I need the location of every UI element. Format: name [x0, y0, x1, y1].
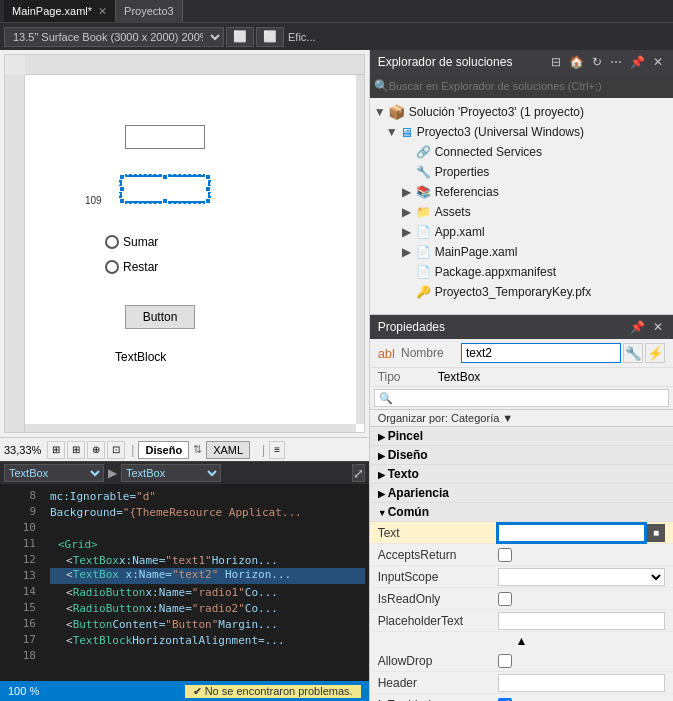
se-icon-3[interactable]: ↻ [590, 53, 604, 71]
center-btn[interactable]: ⊡ [107, 441, 125, 459]
prop-search-area [370, 387, 673, 410]
scroll-vertical[interactable] [356, 75, 364, 424]
prop-is-readonly-checkbox[interactable] [498, 592, 512, 606]
tree-icon-connected-services: 🔗 [416, 145, 431, 159]
tree-icon-mainpage-xaml: 📄 [416, 245, 431, 259]
prop-cat-texto[interactable]: Texto [370, 465, 673, 484]
tree-item-connected-services[interactable]: 🔗 Connected Services [370, 142, 673, 162]
snap-btn[interactable]: ⊕ [87, 441, 105, 459]
prop-cat-comun[interactable]: Común [370, 503, 673, 522]
se-icon-2[interactable]: 🏠 [567, 53, 586, 71]
handle-tl[interactable] [119, 174, 125, 180]
prop-row-accepts-return: AcceptsReturn [370, 544, 673, 566]
prop-accepts-return-name: AcceptsReturn [378, 548, 498, 562]
code-line-12: <TextBox x:Name="text1" Horizon... [50, 552, 365, 568]
design-tab[interactable]: Diseño [138, 441, 189, 459]
xaml-expand-btn[interactable]: ⤢ [352, 464, 365, 482]
prop-lightning-btn[interactable]: ⚡ [645, 343, 665, 363]
textbox-1[interactable] [125, 125, 205, 149]
prop-cat-apariencia[interactable]: Apariencia [370, 484, 673, 503]
ruler-vertical [5, 75, 25, 432]
prop-text-value-col: ■ [498, 524, 665, 542]
handle-br[interactable] [205, 198, 211, 204]
radio-sumar[interactable] [105, 235, 119, 249]
handle-bl[interactable] [119, 198, 125, 204]
xaml-selector-2[interactable]: TextBox [121, 464, 221, 482]
se-icon-pin[interactable]: 📌 [628, 53, 647, 71]
textbox-2[interactable] [120, 175, 210, 203]
line-11-num: 11 [0, 536, 44, 552]
prop-allowdrop-checkbox[interactable] [498, 654, 512, 668]
prop-inputscope-dropdown[interactable] [498, 568, 665, 586]
tree-item-referencias[interactable]: ▶ 📚 Referencias [370, 182, 673, 202]
tree-icon-package: 📄 [416, 265, 431, 279]
prop-is-readonly-col [498, 592, 665, 606]
prop-organize-row[interactable]: Organizar por: Categoría ▼ [370, 410, 673, 427]
prop-search-input[interactable] [374, 389, 669, 407]
prop-placeholder-input[interactable] [498, 612, 665, 630]
tree-item-package[interactable]: 📄 Package.appxmanifest [370, 262, 673, 282]
tab-close-mainpage[interactable]: ✕ [98, 5, 107, 18]
grid-btn-1[interactable]: ⊞ [47, 441, 65, 459]
line-12-num: 12 [0, 552, 44, 568]
tree-item-proyecto3[interactable]: ▼ 🖥 Proyecto3 (Universal Windows) [370, 122, 673, 142]
textbox-2-container[interactable] [120, 175, 210, 203]
radio-restar[interactable] [105, 260, 119, 274]
button-element[interactable]: Button [125, 305, 195, 329]
prop-placeholder-col [498, 612, 665, 630]
prop-collapse-btn[interactable]: ▲ [370, 632, 673, 650]
device-selector[interactable]: 13.5" Surface Book (3000 x 2000) 200% es… [4, 27, 224, 47]
prop-icon-close[interactable]: ✕ [651, 318, 665, 336]
handle-tm[interactable] [162, 174, 168, 180]
handle-ml[interactable] [119, 186, 125, 192]
prop-icon-pin[interactable]: 📌 [628, 318, 647, 336]
prop-row-header: Header [370, 672, 673, 694]
prop-wrench-btn[interactable]: 🔧 [623, 343, 643, 363]
prop-cat-diseno[interactable]: Diseño [370, 446, 673, 465]
se-icon-1[interactable]: ⊟ [549, 53, 563, 71]
prop-tipo-value: TextBox [438, 370, 481, 384]
tree-icon-referencias: 📚 [416, 185, 431, 199]
tree-item-app-xaml[interactable]: ▶ 📄 App.xaml [370, 222, 673, 242]
texto-arrow [378, 467, 388, 481]
tab-proyecto3[interactable]: Proyecto3 [116, 0, 183, 22]
grid-btn-2[interactable]: ⊞ [67, 441, 85, 459]
view-tabs: Diseño ⇅ XAML [138, 441, 250, 459]
canvas-background[interactable]: 109 158 [25, 75, 364, 432]
swap-icon[interactable]: ⇅ [189, 441, 206, 459]
designer-canvas: 109 158 [4, 54, 365, 433]
handle-mr[interactable] [205, 186, 211, 192]
scroll-horizontal[interactable] [25, 424, 356, 432]
properties-panel: Propiedades 📌 ✕ abl Nombre 🔧 ⚡ Tipo Text… [370, 315, 673, 701]
layout-btn-1[interactable]: ⬜ [226, 27, 254, 47]
code-line-18 [50, 648, 365, 662]
layout-btn-2[interactable]: ⬜ [256, 27, 284, 47]
prop-accepts-return-checkbox[interactable] [498, 548, 512, 562]
prop-text-btn[interactable]: ■ [647, 524, 665, 542]
handle-tr[interactable] [205, 174, 211, 180]
xaml-selector-1[interactable]: TextBox [4, 464, 104, 482]
prop-text-input[interactable] [498, 524, 645, 542]
more-btn[interactable]: ≡ [269, 441, 285, 459]
tab-mainpage[interactable]: MainPage.xaml* ✕ [4, 0, 116, 22]
prop-isenabled-checkbox[interactable] [498, 698, 512, 702]
tree-item-solution[interactable]: ▼ 📦 Solución 'Proyecto3' (1 proyecto) [370, 102, 673, 122]
prop-row-text: Text ■ [370, 522, 673, 544]
prop-header-input[interactable] [498, 674, 665, 692]
tree-label-mainpage-xaml: MainPage.xaml [435, 245, 518, 259]
tree-item-tempkey[interactable]: 🔑 Proyecto3_TemporaryKey.pfx [370, 282, 673, 302]
tree-item-assets[interactable]: ▶ 📁 Assets [370, 202, 673, 222]
tree-item-mainpage-xaml[interactable]: ▶ 📄 MainPage.xaml [370, 242, 673, 262]
xaml-pane: TextBox ▶ TextBox ⤢ 8 9 10 11 12 13 14 [0, 461, 369, 681]
xaml-header: TextBox ▶ TextBox ⤢ [0, 462, 369, 484]
handle-bm[interactable] [162, 198, 168, 204]
prop-nombre-input[interactable] [461, 343, 621, 363]
se-icon-close[interactable]: ✕ [651, 53, 665, 71]
prop-cat-pincel[interactable]: Pincel [370, 427, 673, 446]
tree-item-properties[interactable]: 🔧 Properties [370, 162, 673, 182]
code-area[interactable]: 8 9 10 11 12 13 14 15 16 17 18 mc:Ignora… [0, 484, 369, 662]
solution-tree: ▼ 📦 Solución 'Proyecto3' (1 proyecto) ▼ … [370, 98, 673, 306]
se-icon-4[interactable]: ⋯ [608, 53, 624, 71]
xaml-tab[interactable]: XAML [206, 441, 250, 459]
solution-search-input[interactable] [389, 80, 669, 92]
